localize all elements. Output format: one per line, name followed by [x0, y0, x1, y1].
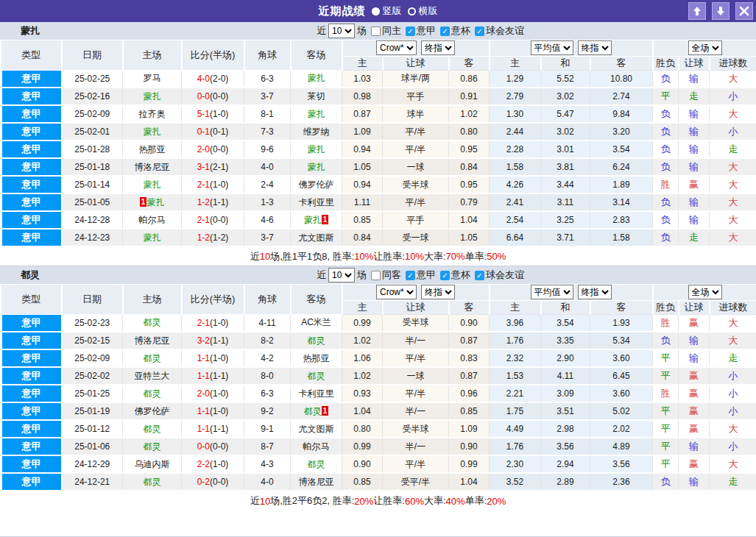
- home-team-cell: 罗马: [123, 70, 182, 88]
- scope-select[interactable]: 全场: [688, 285, 722, 299]
- eu-away-odds: 1.58: [590, 229, 653, 246]
- away-team-cell: 博洛尼亚: [291, 473, 342, 491]
- corner-cell: 8-2: [244, 332, 291, 349]
- bookmaker-select[interactable]: Crow*: [376, 285, 417, 299]
- result-outcome: 负: [653, 211, 679, 229]
- serie-a-checkbox[interactable]: ✓: [406, 26, 415, 36]
- match-count-select[interactable]: 10: [328, 268, 355, 282]
- halftime-score: (1-0): [210, 406, 228, 416]
- move-up-button[interactable]: [688, 2, 706, 20]
- eu-draw-odds: 3.81: [541, 158, 590, 176]
- team-link: 帕尔马: [139, 215, 166, 225]
- handicap-final-select[interactable]: 终指: [421, 40, 455, 55]
- layout-radio-horizontal[interactable]: 横版: [408, 4, 438, 18]
- serie-a-label: 意甲: [417, 24, 436, 38]
- fulltime-score: 2-1: [197, 318, 210, 328]
- home-team-cell: 佛罗伦萨: [123, 402, 182, 420]
- eu-home-odds: 2.79: [490, 88, 541, 105]
- home-team-cell: 都灵: [123, 420, 182, 438]
- games-label: 场: [357, 24, 367, 38]
- italy-cup-checkbox[interactable]: ✓: [440, 26, 450, 36]
- ah-away-odds: 1.04: [449, 473, 490, 491]
- ah-home-odds: 1.09: [342, 123, 383, 141]
- result-goals: 小: [710, 402, 756, 420]
- ah-home-odds: 0.84: [342, 229, 383, 246]
- close-button[interactable]: [735, 2, 753, 20]
- league-cell: 意甲: [1, 105, 62, 123]
- match-row: 意甲25-02-23都灵2-1(1-0)4-11AC米兰0.99受半球0.903…: [1, 314, 756, 332]
- club-friendly-checkbox[interactable]: ✓: [475, 271, 484, 280]
- fulltime-score: 1-2: [197, 197, 210, 207]
- ah-home-odds: 0.94: [342, 141, 383, 158]
- ah-line: 平/半: [383, 141, 449, 158]
- away-team-cell: 维罗纳: [291, 123, 342, 141]
- match-count-select[interactable]: 10: [328, 24, 355, 38]
- move-down-button[interactable]: [712, 2, 729, 20]
- away-team-cell: 蒙扎: [291, 70, 342, 88]
- match-row: 意甲25-01-19佛罗伦萨1-1(1-0)9-2都灵11.04半/一0.851…: [1, 402, 756, 420]
- ah-away-odds: 0.87: [449, 332, 490, 349]
- result-outcome: 负: [653, 70, 679, 88]
- arrow-down-icon: [716, 6, 726, 16]
- bookmaker-select[interactable]: Crow*: [376, 40, 417, 55]
- handicap-final-select[interactable]: 终指: [421, 285, 455, 299]
- team-link: 帕尔马: [303, 441, 330, 452]
- ah-away-odds: 0.85: [449, 402, 490, 420]
- result-outcome: 负: [653, 141, 679, 158]
- col-date: 日期: [62, 285, 123, 314]
- radio-unselected-icon[interactable]: [408, 7, 416, 15]
- result-goals: 小: [710, 88, 756, 105]
- results-table-monza: 类型 日期 主场 比分(半场) 角球 客场 Crow*终指 平均值终指 全场 主…: [0, 40, 756, 247]
- ah-line: 平/半: [383, 193, 449, 211]
- halftime-score: (1-1): [210, 335, 228, 346]
- corner-cell: 4-0: [244, 158, 291, 176]
- corner-cell: 9-1: [244, 420, 291, 438]
- team-link: 罗马: [144, 73, 161, 83]
- same-venue-checkbox[interactable]: [371, 271, 381, 280]
- average-select[interactable]: 平均值: [531, 40, 573, 55]
- score-cell: 1-2(1-1): [182, 193, 244, 211]
- italy-cup-checkbox[interactable]: ✓: [440, 271, 450, 280]
- recent-results-panel: 近期战绩 竖版 横版 蒙扎 近 10: [0, 0, 756, 537]
- away-team-cell: 尤文图斯: [291, 229, 342, 246]
- scope-select[interactable]: 全场: [688, 40, 722, 55]
- serie-a-checkbox[interactable]: ✓: [406, 271, 415, 280]
- league-cell: 意甲: [1, 349, 62, 367]
- radio-selected-icon[interactable]: [372, 7, 380, 15]
- date-cell: 25-01-12: [62, 420, 123, 438]
- team-link: AC米兰: [301, 317, 331, 327]
- eu-away-odds: 9.84: [590, 105, 653, 123]
- eu-draw-odds: 3.25: [541, 211, 590, 229]
- result-goals: 小: [710, 438, 756, 455]
- home-team-cell: 蒙扎: [123, 123, 182, 141]
- summary-segment: 60%: [405, 496, 424, 507]
- ah-line: 球半/两: [383, 70, 449, 88]
- result-handicap: 输: [679, 349, 710, 367]
- eu-home-odds: 1.76: [490, 438, 541, 455]
- score-cell: 1-1(1-1): [182, 367, 244, 385]
- league-cell: 意甲: [1, 70, 62, 88]
- ah-home-odds: 0.85: [342, 473, 383, 491]
- euro-final-select[interactable]: 终指: [578, 285, 612, 299]
- eu-draw-odds: 3.09: [541, 385, 590, 402]
- corner-cell: 3-7: [244, 88, 291, 105]
- ah-away-odds: 0.90: [449, 438, 490, 455]
- fulltime-score: 0-0: [197, 441, 210, 452]
- halftime-score: (1-1): [210, 197, 228, 207]
- club-friendly-checkbox[interactable]: ✓: [475, 26, 484, 36]
- summary-line-torino: 近10场,胜2平6负2, 胜率:20% 让胜率:60% 大率:40% 单率:20…: [0, 491, 756, 511]
- fulltime-score: 2-1: [197, 215, 210, 225]
- layout-radio-vertical[interactable]: 竖版: [372, 4, 402, 18]
- euro-final-select[interactable]: 终指: [578, 40, 612, 55]
- ah-away-odds: 1.05: [449, 229, 490, 246]
- table-header: 类型 日期 主场 比分(半场) 角球 客场 Crow*终指 平均值终指 全场 主…: [1, 285, 756, 314]
- table-body: 意甲25-02-25罗马4-0(2-0)6-3蒙扎1.03球半/两0.861.2…: [1, 70, 756, 246]
- col-handicap-result: 让球: [679, 56, 710, 70]
- league-cell: 意甲: [1, 88, 62, 105]
- eu-away-odds: 2.74: [590, 88, 653, 105]
- ah-away-odds: 1.04: [449, 211, 490, 229]
- average-select[interactable]: 平均值: [531, 285, 573, 299]
- result-outcome: 平: [653, 438, 679, 455]
- same-venue-checkbox[interactable]: [371, 26, 381, 36]
- eu-draw-odds: 3.54: [541, 314, 590, 332]
